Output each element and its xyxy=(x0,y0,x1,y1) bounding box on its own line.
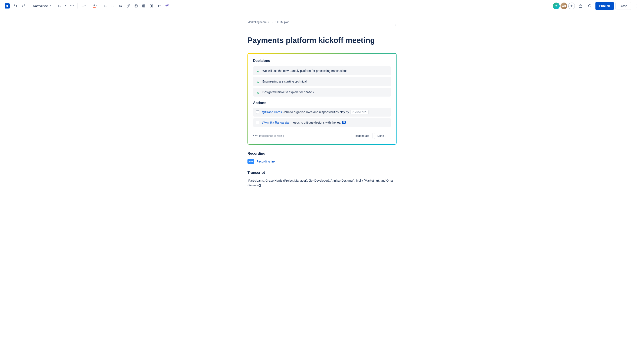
svg-line-49 xyxy=(258,92,258,93)
italic-button[interactable]: I xyxy=(63,2,67,10)
intelligence-right: Regenerate Done ↵ xyxy=(352,133,391,139)
action-desc-1: John to organise roles and responsibilit… xyxy=(283,110,349,114)
ai-button[interactable] xyxy=(163,2,171,10)
svg-point-40 xyxy=(258,72,259,72)
svg-point-9 xyxy=(104,6,104,7)
svg-point-46 xyxy=(258,83,259,83)
undo-button[interactable] xyxy=(12,2,19,10)
svg-point-44 xyxy=(258,80,258,80)
svg-line-43 xyxy=(258,81,258,83)
action-item-1: @Grace Harris John to organise roles and… xyxy=(253,108,391,117)
dot-1 xyxy=(253,135,254,136)
divider-3 xyxy=(78,3,78,8)
bullet-list-button[interactable] xyxy=(102,2,109,10)
done-label: Done xyxy=(377,134,384,137)
content-area: Marketing team / ... / GTM plan ↔ Paymen… xyxy=(235,12,409,205)
publish-button[interactable]: Publish xyxy=(596,2,614,10)
text-style-label: Normal text xyxy=(33,4,48,8)
app-logo[interactable] xyxy=(4,2,11,10)
ai-decisions-card: Decisions We will use the new Banc.ly pl… xyxy=(248,53,396,145)
transcript-text: [Participants: Grace Harris (Project Man… xyxy=(248,178,396,188)
recording-link[interactable]: zoom Recording link xyxy=(248,159,396,164)
svg-point-7 xyxy=(104,5,104,5)
decision-text-2: Engineering are starting technical xyxy=(262,80,307,83)
action-text-1: @Grace Harris John to organise roles and… xyxy=(262,110,369,114)
regenerate-button[interactable]: Regenerate xyxy=(352,133,372,139)
search-button[interactable] xyxy=(586,2,594,10)
ai-avatar xyxy=(553,2,560,9)
text-style-dropdown[interactable]: Normal text ▾ xyxy=(31,2,53,10)
svg-rect-22 xyxy=(142,5,145,7)
action-checkbox-2[interactable] xyxy=(256,121,260,124)
decision-text-1: We will use the new Banc.ly platform for… xyxy=(262,69,347,73)
task-list-button[interactable] xyxy=(117,2,124,10)
svg-point-33 xyxy=(636,5,637,6)
close-button[interactable]: Close xyxy=(616,2,631,10)
image-button[interactable] xyxy=(133,2,140,10)
link-button[interactable] xyxy=(125,2,132,10)
numbered-list-button[interactable]: 1 2 3 xyxy=(110,2,116,10)
decision-item-3: Design will move to explore for phase 2 xyxy=(253,88,391,97)
breadcrumb-sep-2: / xyxy=(275,20,276,24)
svg-point-30 xyxy=(588,4,591,7)
decision-item-2: Engineering are starting technical xyxy=(253,77,391,86)
user-avatar-image: GH xyxy=(560,2,567,9)
decision-item-1: We will use the new Banc.ly platform for… xyxy=(253,66,391,75)
decision-icon-1 xyxy=(256,69,260,73)
user-avatar[interactable]: GH xyxy=(560,2,567,9)
intelligence-typing-text: Intelligence is typing xyxy=(259,134,284,137)
layout-button[interactable] xyxy=(148,2,155,10)
intelligence-left: Intelligence is typing xyxy=(253,134,284,137)
action-mention-1: @Grace Harris xyxy=(262,110,282,114)
svg-point-45 xyxy=(257,83,258,83)
decisions-title: Decisions xyxy=(253,59,391,63)
intelligence-bar: Intelligence is typing Regenerate Done ↵ xyxy=(253,130,391,139)
avatar-group: GH + xyxy=(553,2,575,9)
lock-button[interactable] xyxy=(577,2,584,10)
action-checkbox-1[interactable] xyxy=(256,110,260,114)
dot-3 xyxy=(256,135,258,136)
breadcrumb-page[interactable]: GTM plan xyxy=(277,20,290,24)
toolbar: Normal text ▾ B I ••• ▾ A ▾ xyxy=(0,0,644,12)
svg-point-38 xyxy=(258,69,258,70)
svg-point-51 xyxy=(257,93,258,94)
svg-point-8 xyxy=(104,6,104,6)
bold-button[interactable]: B xyxy=(57,2,62,10)
text-color-button[interactable]: A ▾ xyxy=(91,2,98,10)
table-button[interactable] xyxy=(140,2,147,10)
redo-button[interactable] xyxy=(20,2,27,10)
action-item-2: @Annika Rangarajan needs to critique des… xyxy=(253,118,391,127)
decision-icon-2 xyxy=(256,80,260,83)
breadcrumb-sep-1: / xyxy=(268,20,269,24)
more-formatting-button[interactable]: ••• xyxy=(68,2,76,10)
divider-2 xyxy=(55,3,55,8)
actions-title: Actions xyxy=(253,101,391,105)
done-icon: ↵ xyxy=(385,134,388,138)
breadcrumb-ellipsis[interactable]: ... xyxy=(271,20,273,24)
svg-point-52 xyxy=(258,93,259,94)
bold-label: B xyxy=(58,4,61,8)
width-toggle-icon: ↔ xyxy=(393,23,396,27)
svg-point-32 xyxy=(636,4,637,5)
zoom-label: zoom xyxy=(248,160,254,163)
ai-badge: AI xyxy=(342,121,346,124)
align-button[interactable]: ▾ xyxy=(80,2,87,10)
add-collaborator-button[interactable]: + xyxy=(568,2,575,9)
width-toggle[interactable]: ↔ xyxy=(393,23,396,27)
done-button[interactable]: Done ↵ xyxy=(374,133,391,139)
recording-link-text[interactable]: Recording link xyxy=(256,160,275,163)
breadcrumb: Marketing team / ... / GTM plan xyxy=(248,20,290,24)
svg-rect-29 xyxy=(579,6,582,7)
decision-icon-3 xyxy=(256,90,260,94)
transcript-title: Transcript xyxy=(248,171,396,175)
divider-1 xyxy=(29,3,29,8)
svg-point-50 xyxy=(258,91,258,91)
svg-rect-27 xyxy=(150,5,151,7)
breadcrumb-team[interactable]: Marketing team xyxy=(248,20,267,24)
more-options-button[interactable] xyxy=(633,2,640,10)
insert-button[interactable]: + ▾ xyxy=(156,2,162,10)
svg-line-31 xyxy=(590,6,591,7)
zoom-icon: zoom xyxy=(248,159,254,164)
typing-dots xyxy=(253,135,258,136)
svg-point-21 xyxy=(136,5,136,5)
